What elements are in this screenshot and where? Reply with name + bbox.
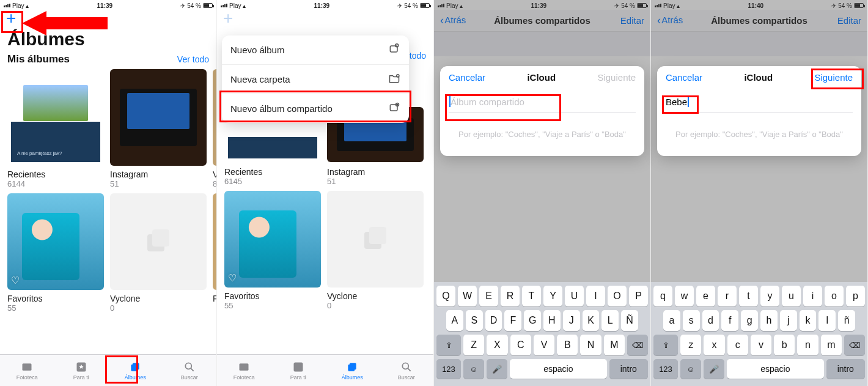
emoji-key[interactable]: ☺ <box>680 359 701 379</box>
key-n[interactable]: N <box>580 335 601 355</box>
key-c[interactable]: C <box>510 335 531 355</box>
key-s[interactable]: s <box>683 310 700 331</box>
key-w[interactable]: W <box>458 286 477 306</box>
key-k[interactable]: K <box>583 310 600 331</box>
emoji-key[interactable]: ☺ <box>463 359 484 379</box>
shift-key[interactable]: ⇧ <box>436 335 461 355</box>
album-item[interactable]: ♡ Favoritos 55 <box>224 191 321 310</box>
key-e[interactable]: e <box>696 286 715 306</box>
number-key[interactable]: 123 <box>436 359 461 379</box>
key-l[interactable]: L <box>601 310 619 331</box>
album-item[interactable]: Recientes6145 <box>224 163 321 186</box>
key-y[interactable]: Y <box>543 286 562 306</box>
album-item[interactable]: Vyclone 0 <box>327 191 424 310</box>
key-a[interactable]: a <box>663 310 680 331</box>
key-q[interactable]: q <box>653 286 672 306</box>
backspace-key[interactable]: ⌫ <box>627 335 648 355</box>
space-key[interactable]: espacio <box>727 359 824 379</box>
key-m[interactable]: M <box>604 335 625 355</box>
key-h[interactable]: H <box>543 310 561 331</box>
tab-search[interactable]: Buscar <box>163 355 217 386</box>
key-ñ[interactable]: ñ <box>838 310 855 331</box>
key-l[interactable]: l <box>818 310 836 331</box>
key-m[interactable]: m <box>821 335 842 355</box>
album-item[interactable]: A nie pamiętasz jak? Recientes 6144 <box>7 69 104 188</box>
key-j[interactable]: j <box>780 310 797 331</box>
key-k[interactable]: k <box>800 310 817 331</box>
tab-foryou[interactable]: Para ti <box>271 355 326 386</box>
tab-foryou[interactable]: Para ti <box>54 355 109 386</box>
key-f[interactable]: f <box>721 310 738 331</box>
tab-albums[interactable]: Álbumes <box>325 355 380 386</box>
menu-new-folder[interactable]: Nueva carpeta <box>222 65 409 94</box>
key-u[interactable]: U <box>565 286 584 306</box>
key-o[interactable]: o <box>825 286 844 306</box>
key-v[interactable]: V <box>534 335 554 355</box>
backspace-key[interactable]: ⌫ <box>844 335 865 355</box>
key-ñ[interactable]: Ñ <box>621 310 638 331</box>
key-a[interactable]: A <box>446 310 463 331</box>
key-q[interactable]: Q <box>436 286 455 306</box>
shift-key[interactable]: ⇧ <box>653 335 678 355</box>
add-button[interactable]: + <box>223 9 233 28</box>
next-button[interactable]: Siguiente <box>814 72 853 83</box>
tab-search[interactable]: Buscar <box>380 355 434 386</box>
key-s[interactable]: S <box>466 310 483 331</box>
key-g[interactable]: G <box>524 310 541 331</box>
return-key[interactable]: intro <box>609 359 648 379</box>
next-button[interactable]: Siguiente <box>597 72 636 83</box>
key-n[interactable]: n <box>797 335 818 355</box>
space-key[interactable]: espacio <box>510 359 607 379</box>
key-r[interactable]: r <box>718 286 737 306</box>
key-d[interactable]: d <box>702 310 719 331</box>
album-name-input[interactable]: Bebe <box>666 92 853 113</box>
key-t[interactable]: T <box>522 286 541 306</box>
tab-library[interactable]: Fototeca <box>0 355 54 386</box>
key-z[interactable]: z <box>680 335 701 355</box>
key-t[interactable]: t <box>739 286 758 306</box>
key-g[interactable]: g <box>741 310 758 331</box>
key-b[interactable]: b <box>774 335 795 355</box>
add-button[interactable]: + <box>6 9 16 28</box>
key-o[interactable]: O <box>608 286 627 306</box>
key-w[interactable]: w <box>675 286 694 306</box>
return-key[interactable]: intro <box>826 359 865 379</box>
tab-albums[interactable]: Álbumes <box>108 355 163 386</box>
key-z[interactable]: Z <box>463 335 484 355</box>
menu-new-album[interactable]: Nuevo álbum <box>222 35 409 65</box>
svg-point-21 <box>402 363 408 369</box>
album-item[interactable]: Vyclone 0 <box>110 193 207 313</box>
key-i[interactable]: I <box>586 286 605 306</box>
see-all-link[interactable]: Ver todo <box>177 54 209 64</box>
key-e[interactable]: E <box>479 286 498 306</box>
key-x[interactable]: X <box>487 335 507 355</box>
album-item[interactable]: ♡ Favoritos 55 <box>7 193 104 313</box>
key-r[interactable]: R <box>501 286 520 306</box>
album-item[interactable]: Instagram 51 <box>110 69 207 188</box>
album-item[interactable]: Instagram51 <box>327 163 424 186</box>
key-p[interactable]: p <box>846 286 865 306</box>
key-v[interactable]: v <box>751 335 771 355</box>
menu-new-shared-album[interactable]: Nuevo álbum compartido <box>222 94 409 123</box>
cancel-button[interactable]: Cancelar <box>449 72 485 83</box>
key-x[interactable]: x <box>704 335 724 355</box>
location-icon: ✈ <box>180 2 185 9</box>
album-item[interactable]: V 8 <box>213 69 216 188</box>
key-i[interactable]: i <box>803 286 822 306</box>
key-h[interactable]: h <box>760 310 778 331</box>
cancel-button[interactable]: Cancelar <box>666 72 702 83</box>
key-y[interactable]: y <box>760 286 779 306</box>
key-p[interactable]: P <box>629 286 648 306</box>
key-b[interactable]: B <box>557 335 578 355</box>
album-name-input[interactable] <box>449 92 636 113</box>
number-key[interactable]: 123 <box>653 359 678 379</box>
key-j[interactable]: J <box>563 310 580 331</box>
key-f[interactable]: F <box>504 310 521 331</box>
mic-key[interactable]: 🎤 <box>704 359 724 379</box>
album-item[interactable]: F <box>213 193 216 313</box>
mic-key[interactable]: 🎤 <box>487 359 507 379</box>
key-d[interactable]: D <box>485 310 502 331</box>
key-c[interactable]: c <box>727 335 748 355</box>
key-u[interactable]: u <box>782 286 801 306</box>
tab-library[interactable]: Fototeca <box>217 355 271 386</box>
